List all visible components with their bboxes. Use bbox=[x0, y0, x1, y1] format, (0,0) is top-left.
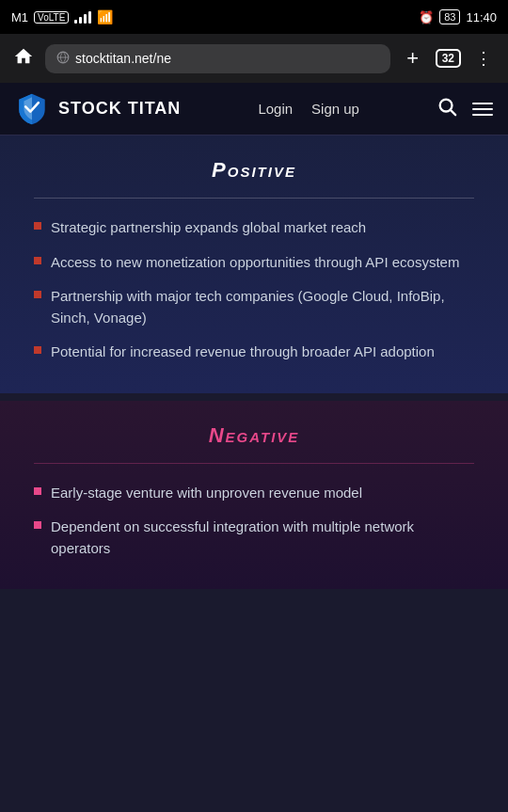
search-button[interactable] bbox=[437, 96, 457, 121]
list-item: Access to new monetization opportunities… bbox=[34, 252, 474, 274]
more-menu-button[interactable]: ⋮ bbox=[468, 48, 499, 69]
status-right: ⏰ 83 11:40 bbox=[419, 9, 497, 24]
positive-item-2: Access to new monetization opportunities… bbox=[51, 252, 459, 274]
negative-title: Negative bbox=[209, 423, 300, 447]
browser-bar: stocktitan.net/ne + 32 ⋮ bbox=[0, 34, 508, 83]
positive-divider bbox=[34, 198, 474, 199]
bullet-icon bbox=[34, 487, 41, 495]
home-button[interactable] bbox=[9, 46, 38, 72]
list-item: Partnership with major tech companies (G… bbox=[34, 286, 474, 328]
url-text: stocktitan.net/ne bbox=[75, 51, 379, 66]
list-item: Dependent on successful integration with… bbox=[34, 517, 474, 559]
carrier-label: M1 bbox=[11, 10, 28, 24]
list-item: Potential for increased revenue through … bbox=[34, 342, 474, 363]
alarm-icon: ⏰ bbox=[419, 10, 434, 24]
nav-links: Login Sign up bbox=[258, 101, 359, 117]
positive-item-3: Partnership with major tech companies (G… bbox=[51, 286, 474, 328]
status-left: M1 VoLTE 📶 bbox=[11, 9, 113, 24]
positive-item-4: Potential for increased revenue through … bbox=[51, 342, 435, 363]
bullet-icon bbox=[34, 291, 41, 298]
nav-bar: STOCK TITAN Login Sign up bbox=[0, 83, 508, 135]
nav-icons bbox=[437, 96, 493, 121]
negative-section: Negative Early-stage venture with unprov… bbox=[0, 401, 508, 590]
battery-level: 83 bbox=[439, 9, 460, 24]
tabs-button[interactable]: 32 bbox=[436, 49, 461, 68]
main-content: Positive Strategic partnership expands g… bbox=[0, 135, 508, 589]
time-label: 11:40 bbox=[466, 10, 497, 24]
login-link[interactable]: Login bbox=[258, 101, 293, 117]
signup-link[interactable]: Sign up bbox=[311, 101, 359, 117]
svg-line-2 bbox=[451, 110, 455, 115]
volte-badge: VoLTE bbox=[34, 11, 69, 24]
status-bar: M1 VoLTE 📶 ⏰ 83 11:40 bbox=[0, 0, 508, 34]
positive-section: Positive Strategic partnership expands g… bbox=[0, 135, 508, 393]
negative-header: Negative bbox=[34, 423, 474, 448]
negative-divider bbox=[34, 463, 474, 464]
url-bar[interactable]: stocktitan.net/ne bbox=[45, 44, 390, 73]
logo-text: STOCK TITAN bbox=[58, 99, 181, 119]
positive-list: Strategic partnership expands global mar… bbox=[34, 217, 474, 363]
site-info-icon bbox=[56, 51, 70, 67]
logo-shield-icon bbox=[15, 92, 49, 126]
wifi-icon: 📶 bbox=[97, 9, 113, 24]
list-item: Early-stage venture with unproven revenu… bbox=[34, 483, 474, 504]
positive-title: Positive bbox=[212, 158, 296, 182]
negative-item-2: Dependent on successful integration with… bbox=[51, 517, 474, 559]
bullet-icon bbox=[34, 257, 41, 264]
bullet-icon bbox=[34, 521, 41, 529]
logo-area: STOCK TITAN bbox=[15, 92, 181, 126]
bullet-icon bbox=[34, 346, 41, 354]
positive-header: Positive bbox=[34, 158, 474, 183]
negative-item-1: Early-stage venture with unproven revenu… bbox=[51, 483, 362, 504]
list-item: Strategic partnership expands global mar… bbox=[34, 217, 474, 239]
positive-item-1: Strategic partnership expands global mar… bbox=[51, 217, 366, 239]
negative-list: Early-stage venture with unproven revenu… bbox=[34, 483, 474, 560]
hamburger-menu-button[interactable] bbox=[472, 103, 493, 116]
bullet-icon bbox=[34, 222, 41, 230]
add-tab-button[interactable]: + bbox=[398, 46, 428, 71]
battery-container: 83 bbox=[439, 9, 460, 24]
signal-bars bbox=[74, 10, 91, 24]
